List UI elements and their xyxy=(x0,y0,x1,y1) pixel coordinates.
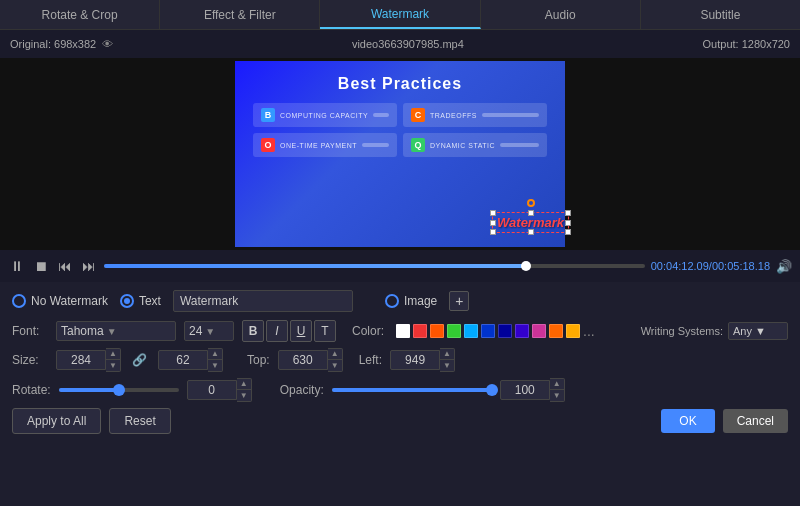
text-watermark-radio[interactable] xyxy=(120,294,134,308)
next-frame-button[interactable]: ⏭ xyxy=(80,258,98,274)
size-label: Size: xyxy=(12,353,48,367)
rotate-label: Rotate: xyxy=(12,383,51,397)
opacity-up[interactable]: ▲ xyxy=(550,379,564,390)
top-down[interactable]: ▼ xyxy=(328,360,342,371)
swatch-dark-blue[interactable] xyxy=(498,324,512,338)
cancel-button[interactable]: Cancel xyxy=(723,409,788,433)
top-input[interactable] xyxy=(278,350,328,370)
reset-button[interactable]: Reset xyxy=(109,408,170,434)
time-display: 00:04:12.09/00:05:18.18 xyxy=(651,260,770,272)
resize-handle-tl[interactable] xyxy=(490,210,496,216)
ok-button[interactable]: OK xyxy=(661,409,714,433)
more-colors-button[interactable]: ... xyxy=(583,323,595,339)
resize-handle-tm[interactable] xyxy=(528,210,534,216)
text-watermark-option[interactable]: Text xyxy=(120,294,161,308)
card-bar-4 xyxy=(500,143,539,147)
rotate-slider-thumb[interactable] xyxy=(113,384,125,396)
height-up[interactable]: ▲ xyxy=(208,349,222,360)
opacity-input[interactable] xyxy=(500,380,550,400)
stop-button[interactable]: ⏹ xyxy=(32,258,50,274)
swatch-white[interactable] xyxy=(396,324,410,338)
card-icon-c: C xyxy=(411,108,425,122)
timeline: ⏸ ⏹ ⏮ ⏭ 00:04:12.09/00:05:18.18 🔊 xyxy=(0,250,800,282)
volume-icon[interactable]: 🔊 xyxy=(776,259,792,274)
swatch-orange-red[interactable] xyxy=(430,324,444,338)
resize-handle-tr[interactable] xyxy=(565,210,571,216)
left-up[interactable]: ▲ xyxy=(440,349,454,360)
font-size-select[interactable]: 24 ▼ xyxy=(184,321,234,341)
font-family-value: Tahoma xyxy=(61,324,104,338)
top-up[interactable]: ▲ xyxy=(328,349,342,360)
tab-subtitle[interactable]: Subtitle xyxy=(641,0,800,29)
card-text-3: ONE-TIME PAYMENT xyxy=(280,142,357,149)
image-watermark-radio[interactable] xyxy=(385,294,399,308)
video-cards: B COMPUTING CAPACITY C TRADEOFFS O ONE-T… xyxy=(253,103,547,157)
eye-icon[interactable]: 👁 xyxy=(102,38,113,50)
writing-systems-arrow: ▼ xyxy=(755,325,766,337)
tab-effect-filter[interactable]: Effect & Filter xyxy=(160,0,320,29)
prev-frame-button[interactable]: ⏮ xyxy=(56,258,74,274)
rotate-input[interactable] xyxy=(187,380,237,400)
rotate-slider-track[interactable] xyxy=(59,388,179,392)
filename: video3663907985.mp4 xyxy=(352,38,464,50)
resize-handle-br[interactable] xyxy=(565,229,571,235)
card-icon-b: B xyxy=(261,108,275,122)
pause-button[interactable]: ⏸ xyxy=(8,258,26,274)
swatch-pink[interactable] xyxy=(532,324,546,338)
rotate-row: Rotate: ▲ ▼ Opacity: ▲ ▼ xyxy=(12,378,788,402)
resize-handle-mr[interactable] xyxy=(565,220,571,226)
font-family-select[interactable]: Tahoma ▼ xyxy=(56,321,176,341)
tab-watermark[interactable]: Watermark xyxy=(320,0,480,29)
left-input[interactable] xyxy=(390,350,440,370)
width-down[interactable]: ▼ xyxy=(106,360,120,371)
strikethrough-button[interactable]: T xyxy=(314,320,336,342)
resize-handle-ml[interactable] xyxy=(490,220,496,226)
watermark-text-input[interactable] xyxy=(173,290,353,312)
width-arrows: ▲ ▼ xyxy=(106,348,121,372)
left-label: Left: xyxy=(359,353,382,367)
opacity-slider-track[interactable] xyxy=(332,388,492,392)
swatch-red[interactable] xyxy=(413,324,427,338)
rotate-down[interactable]: ▼ xyxy=(237,390,251,401)
width-input[interactable] xyxy=(56,350,106,370)
watermark-overlay[interactable]: Watermark xyxy=(492,212,569,233)
info-bar: Original: 698x382 👁 video3663907985.mp4 … xyxy=(0,30,800,58)
rotate-handle[interactable] xyxy=(527,199,535,207)
opacity-down[interactable]: ▼ xyxy=(550,390,564,401)
no-watermark-radio[interactable] xyxy=(12,294,26,308)
swatch-light-blue[interactable] xyxy=(464,324,478,338)
bottom-row: Apply to All Reset OK Cancel xyxy=(12,408,788,434)
font-label: Font: xyxy=(12,324,48,338)
timeline-thumb[interactable] xyxy=(521,261,531,271)
resize-handle-bm[interactable] xyxy=(528,229,534,235)
opacity-slider-thumb[interactable] xyxy=(486,384,498,396)
height-down[interactable]: ▼ xyxy=(208,360,222,371)
apply-to-all-button[interactable]: Apply to All xyxy=(12,408,101,434)
left-spinbox: ▲ ▼ xyxy=(390,348,455,372)
width-up[interactable]: ▲ xyxy=(106,349,120,360)
image-watermark-option[interactable]: Image xyxy=(385,294,437,308)
height-input[interactable] xyxy=(158,350,208,370)
swatch-orange[interactable] xyxy=(549,324,563,338)
link-dimensions-icon[interactable]: 🔗 xyxy=(132,353,147,367)
swatch-yellow[interactable] xyxy=(566,324,580,338)
add-image-button[interactable]: + xyxy=(449,291,469,311)
timeline-track[interactable] xyxy=(104,264,645,268)
writing-systems-select[interactable]: Any ▼ xyxy=(728,322,788,340)
rotate-slider-fill xyxy=(59,388,119,392)
card-bar-1 xyxy=(373,113,389,117)
underline-button[interactable]: U xyxy=(290,320,312,342)
tab-rotate-crop[interactable]: Rotate & Crop xyxy=(0,0,160,29)
rotate-up[interactable]: ▲ xyxy=(237,379,251,390)
color-swatches: ... xyxy=(396,323,595,339)
left-down[interactable]: ▼ xyxy=(440,360,454,371)
italic-button[interactable]: I xyxy=(266,320,288,342)
tab-audio[interactable]: Audio xyxy=(481,0,641,29)
swatch-purple[interactable] xyxy=(515,324,529,338)
swatch-green[interactable] xyxy=(447,324,461,338)
no-watermark-option[interactable]: No Watermark xyxy=(12,294,108,308)
swatch-blue[interactable] xyxy=(481,324,495,338)
bold-button[interactable]: B xyxy=(242,320,264,342)
no-watermark-label: No Watermark xyxy=(31,294,108,308)
resize-handle-bl[interactable] xyxy=(490,229,496,235)
